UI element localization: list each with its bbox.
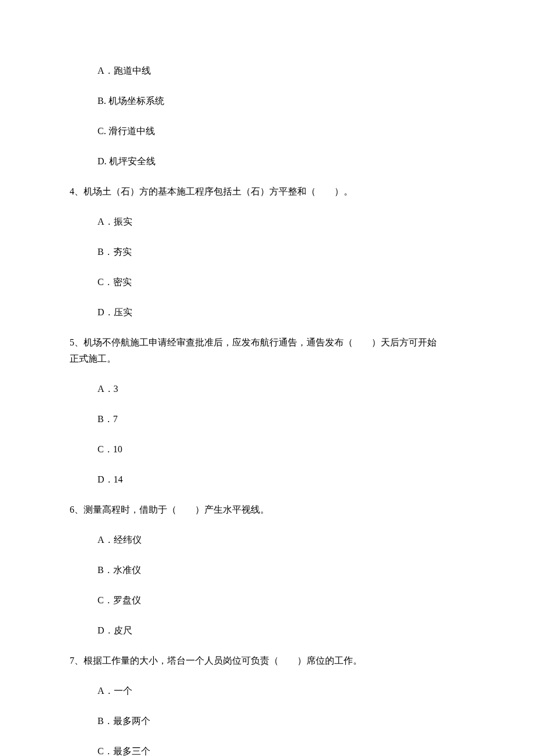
exam-page: A．跑道中线 B. 机场坐标系统 C. 滑行道中线 D. 机坪安全线 4、机场土…	[0, 0, 534, 756]
q5-stem-line2: 正式施工。	[70, 352, 464, 366]
q4-option-c: C．密实	[98, 275, 464, 289]
q6-option-d: D．皮尺	[98, 624, 464, 638]
q7-option-c: C．最多三个	[98, 744, 464, 756]
q7-option-a: A．一个	[98, 684, 464, 698]
q4-option-d: D．压实	[98, 305, 464, 319]
q4-stem: 4、机场土（石）方的基本施工程序包括土（石）方平整和（ ）。	[70, 185, 464, 199]
q3-option-c: C. 滑行道中线	[98, 124, 464, 138]
q6-stem: 6、测量高程时，借助于（ ）产生水平视线。	[70, 503, 464, 517]
q3-option-a: A．跑道中线	[98, 64, 464, 78]
q5-option-a: A．3	[98, 382, 464, 396]
q7-stem: 7、根据工作量的大小，塔台一个人员岗位可负责（ ）席位的工作。	[70, 654, 464, 668]
q4-option-a: A．振实	[98, 215, 464, 229]
q6-option-c: C．罗盘仪	[98, 593, 464, 607]
q5-option-b: B．7	[98, 412, 464, 426]
q5-option-d: D．14	[98, 473, 464, 487]
q3-option-d: D. 机坪安全线	[98, 154, 464, 168]
q6-option-b: B．水准仪	[98, 563, 464, 577]
q4-option-b: B．夯实	[98, 245, 464, 259]
q5-stem-line1: 5、机场不停航施工申请经审查批准后，应发布航行通告，通告发布（ ）天后方可开始	[70, 336, 464, 350]
q7-option-b: B．最多两个	[98, 714, 464, 728]
q3-option-b: B. 机场坐标系统	[98, 94, 464, 108]
q6-option-a: A．经纬仪	[98, 533, 464, 547]
q5-option-c: C．10	[98, 442, 464, 456]
